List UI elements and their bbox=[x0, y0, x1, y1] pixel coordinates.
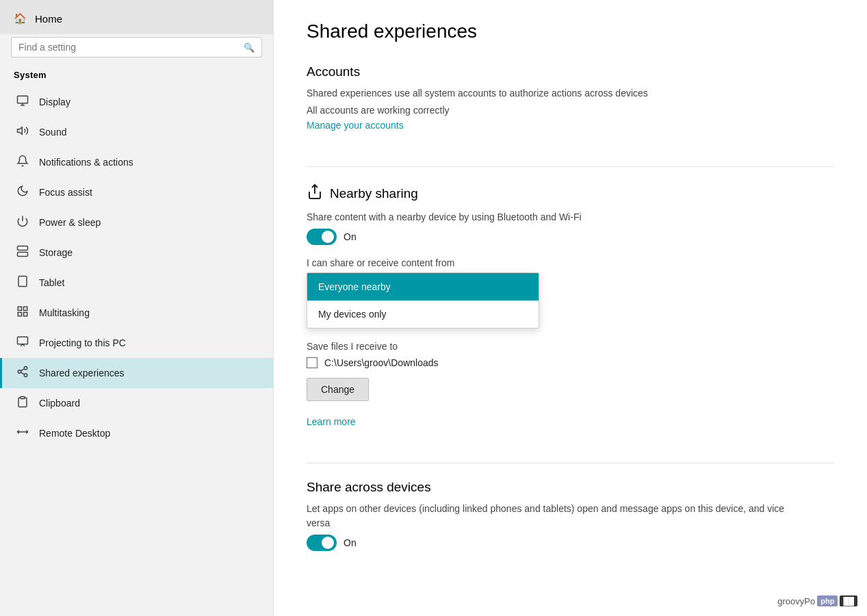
sidebar-item-label: Notifications & actions bbox=[39, 157, 133, 168]
nearby-sharing-toggle-row: On bbox=[307, 229, 834, 245]
dropdown-menu: Everyone nearby My devices only bbox=[307, 272, 539, 329]
file-path-row: C:\Users\groov\Downloads bbox=[307, 357, 834, 368]
svg-rect-14 bbox=[18, 313, 21, 316]
svg-line-19 bbox=[21, 372, 24, 374]
svg-rect-0 bbox=[18, 96, 28, 103]
php-badge: php bbox=[817, 595, 838, 606]
sidebar-item-power[interactable]: Power & sleep bbox=[0, 207, 273, 238]
svg-point-16 bbox=[24, 367, 27, 370]
sidebar-item-focus[interactable]: Focus assist bbox=[0, 177, 273, 207]
sound-icon bbox=[16, 125, 29, 140]
save-files-label: Save files I receive to bbox=[307, 341, 834, 352]
search-icon: 🔍 bbox=[244, 42, 255, 53]
svg-point-18 bbox=[24, 374, 27, 377]
learn-more-link[interactable]: Learn more bbox=[307, 416, 356, 427]
storage-icon bbox=[16, 245, 29, 260]
search-input[interactable] bbox=[18, 42, 238, 53]
nearby-sharing-title: Nearby sharing bbox=[307, 183, 834, 203]
sidebar-item-display[interactable]: Display bbox=[0, 87, 273, 117]
tablet-icon bbox=[16, 275, 29, 290]
shared-icon bbox=[16, 365, 29, 381]
page-title: Shared experiences bbox=[307, 21, 834, 42]
sidebar-item-label: Sound bbox=[39, 127, 66, 138]
sidebar-item-label: Clipboard bbox=[39, 398, 80, 409]
sidebar-home-label: Home bbox=[35, 13, 62, 25]
sidebar-item-shared[interactable]: Shared experiences bbox=[0, 358, 273, 388]
nearby-sharing-label: Nearby sharing bbox=[330, 186, 418, 201]
svg-marker-3 bbox=[18, 127, 23, 135]
accounts-description: Shared experiences use all system accoun… bbox=[307, 86, 786, 101]
sidebar-item-label: Focus assist bbox=[39, 187, 92, 198]
svg-point-17 bbox=[18, 370, 21, 374]
dropdown-label: I can share or receive content from bbox=[307, 257, 834, 268]
svg-rect-6 bbox=[18, 253, 28, 257]
sidebar-item-label: Remote Desktop bbox=[39, 428, 110, 439]
focus-icon bbox=[16, 185, 29, 200]
sidebar-item-notifications[interactable]: Notifications & actions bbox=[0, 147, 273, 177]
power-icon bbox=[16, 215, 29, 230]
dropdown-option-mydevices[interactable]: My devices only bbox=[307, 300, 539, 328]
sidebar-item-sound[interactable]: Sound bbox=[0, 117, 273, 147]
svg-rect-11 bbox=[18, 307, 21, 310]
share-across-toggle[interactable] bbox=[307, 535, 337, 551]
main-content: Shared experiences Accounts Shared exper… bbox=[274, 0, 867, 616]
svg-rect-12 bbox=[24, 307, 27, 310]
remote-icon bbox=[16, 426, 29, 441]
dropdown-option-everyone[interactable]: Everyone nearby bbox=[307, 273, 539, 300]
share-across-toggle-row: On bbox=[307, 535, 834, 551]
sidebar-item-label: Tablet bbox=[39, 277, 64, 288]
clipboard-icon bbox=[16, 396, 29, 411]
sidebar-item-label: Power & sleep bbox=[39, 217, 101, 228]
share-across-desc: Let apps on other devices (including lin… bbox=[307, 502, 786, 530]
share-across-toggle-label: On bbox=[344, 537, 357, 548]
sidebar-item-label: Multitasking bbox=[39, 307, 90, 318]
home-icon: 🏠 bbox=[14, 12, 27, 25]
sidebar-item-label: Display bbox=[39, 97, 70, 107]
sidebar-item-multitasking[interactable]: Multitasking bbox=[0, 298, 273, 328]
svg-rect-15 bbox=[18, 337, 28, 344]
sidebar-item-tablet[interactable]: Tablet bbox=[0, 268, 273, 298]
share-across-title: Share across devices bbox=[307, 480, 834, 495]
sidebar-item-remote[interactable]: Remote Desktop bbox=[0, 418, 273, 448]
watermark-text: groovyPo bbox=[777, 596, 815, 606]
svg-rect-13 bbox=[24, 313, 27, 316]
nearby-sharing-desc: Share content with a nearby device by us… bbox=[307, 210, 786, 224]
multitasking-icon bbox=[16, 305, 29, 320]
sidebar-item-clipboard[interactable]: Clipboard bbox=[0, 388, 273, 418]
svg-rect-21 bbox=[21, 397, 25, 399]
sidebar-item-label: Storage bbox=[39, 247, 73, 258]
manage-accounts-link[interactable]: Manage your accounts bbox=[307, 120, 404, 131]
file-path-text: C:\Users\groov\Downloads bbox=[324, 357, 439, 368]
sidebar: 🏠 Home 🔍 System Display Sound Notificati… bbox=[0, 0, 274, 616]
watermark: groovyPo php ██ bbox=[777, 595, 857, 606]
sidebar-section-title: System bbox=[0, 66, 273, 87]
nearby-sharing-icon bbox=[307, 183, 323, 203]
section-divider-2 bbox=[307, 463, 834, 463]
sidebar-item-storage[interactable]: Storage bbox=[0, 238, 273, 268]
share-across-section: Share across devices Let apps on other d… bbox=[307, 480, 834, 551]
sidebar-item-projecting[interactable]: Projecting to this PC bbox=[0, 328, 273, 358]
notifications-icon bbox=[16, 155, 29, 170]
sidebar-search-box[interactable]: 🔍 bbox=[11, 37, 262, 57]
accounts-section-title: Accounts bbox=[307, 64, 834, 79]
change-button[interactable]: Change bbox=[307, 378, 369, 401]
sidebar-item-label: Projecting to this PC bbox=[39, 337, 126, 348]
accounts-status: All accounts are working correctly bbox=[307, 105, 834, 116]
file-checkbox[interactable] bbox=[307, 357, 318, 368]
nearby-sharing-toggle-label: On bbox=[344, 231, 357, 242]
section-divider bbox=[307, 166, 834, 167]
dark-badge: ██ bbox=[840, 595, 857, 606]
nearby-sharing-toggle[interactable] bbox=[307, 229, 337, 245]
projecting-icon bbox=[16, 335, 29, 350]
svg-line-20 bbox=[21, 369, 24, 371]
display-icon bbox=[16, 94, 29, 110]
svg-rect-5 bbox=[18, 246, 28, 251]
share-dropdown[interactable]: Everyone nearby My devices only bbox=[307, 272, 539, 329]
sidebar-home-item[interactable]: 🏠 Home bbox=[0, 0, 273, 34]
sidebar-item-label: Shared experiences bbox=[39, 368, 125, 378]
